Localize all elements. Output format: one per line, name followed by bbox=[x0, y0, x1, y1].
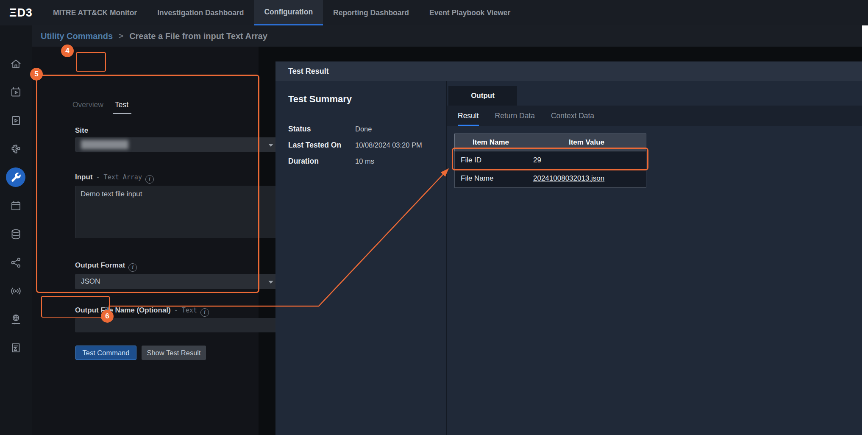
site-select-redacted-value bbox=[81, 140, 128, 149]
tab-test[interactable]: Test bbox=[115, 100, 128, 109]
geo-settings-icon[interactable] bbox=[6, 310, 25, 329]
nav-event-playbook-viewer[interactable]: Event Playbook Viewer bbox=[419, 0, 520, 25]
file-name-name: File Name bbox=[455, 170, 527, 188]
result-table: Item Name Item Value File ID 29 File Nam… bbox=[454, 134, 646, 188]
page-scrollbar-track[interactable] bbox=[862, 25, 868, 435]
table-row-file-id: File ID 29 bbox=[455, 151, 646, 170]
broadcast-icon[interactable] bbox=[6, 281, 25, 301]
tab-test-underline bbox=[113, 113, 131, 114]
result-table-header-row: Item Name Item Value bbox=[455, 134, 646, 151]
output-subtabs: Result Return Data Context Data bbox=[447, 106, 862, 126]
info-icon[interactable] bbox=[128, 263, 137, 272]
tab-overview[interactable]: Overview bbox=[72, 100, 103, 109]
background-area bbox=[275, 47, 862, 61]
test-result-title: Test Result bbox=[288, 61, 329, 81]
show-test-result-button[interactable]: Show Test Result bbox=[142, 346, 206, 360]
calendar-icon[interactable] bbox=[6, 196, 25, 215]
annotation-badge-6: 6 bbox=[101, 310, 114, 323]
output-file-name-label: Output File Name (Optional)- Text bbox=[75, 306, 209, 317]
chevron-down-icon bbox=[268, 281, 273, 284]
col-item-name: Item Name bbox=[455, 134, 527, 151]
breadcrumb-utility-commands[interactable]: Utility Commands bbox=[41, 31, 113, 41]
summary-row-duration: Duration 10 ms bbox=[288, 153, 422, 169]
status-value: Done bbox=[355, 125, 372, 133]
panel-divider bbox=[446, 81, 447, 435]
table-row-file-name: File Name 20241008032013.json bbox=[455, 170, 646, 188]
test-summary: Status Done Last Tested On 10/08/2024 03… bbox=[288, 121, 422, 169]
integrations-icon[interactable] bbox=[6, 139, 25, 159]
annotation-badge-5: 5 bbox=[30, 68, 43, 81]
test-summary-heading: Test Summary bbox=[288, 94, 352, 105]
last-tested-value: 10/08/2024 03:20 PM bbox=[355, 141, 422, 149]
file-id-value: 29 bbox=[527, 151, 646, 170]
site-label: Site bbox=[75, 126, 88, 135]
output-format-label: Output Format bbox=[75, 261, 137, 272]
nav-reporting-dashboard[interactable]: Reporting Dashboard bbox=[323, 0, 419, 25]
test-command-button[interactable]: Test Command bbox=[75, 346, 136, 360]
breadcrumb: Utility Commands > Create a File from in… bbox=[32, 25, 862, 47]
chevron-down-icon bbox=[268, 144, 273, 147]
test-result-panel: Test Result Test Summary Status Done Las… bbox=[275, 61, 862, 435]
left-icon-sidebar bbox=[0, 25, 32, 435]
file-id-name: File ID bbox=[455, 151, 527, 170]
panel-gap bbox=[259, 47, 275, 435]
tab-output[interactable]: Output bbox=[448, 86, 517, 106]
nav-configuration[interactable]: Configuration bbox=[254, 0, 323, 25]
subtab-result[interactable]: Result bbox=[458, 106, 479, 126]
annotation-badge-4: 4 bbox=[61, 45, 74, 57]
breadcrumb-separator: > bbox=[119, 31, 123, 41]
connections-icon[interactable] bbox=[6, 253, 25, 272]
scheduled-playbooks-icon[interactable] bbox=[6, 82, 25, 102]
home-icon[interactable] bbox=[6, 54, 25, 73]
summary-row-last-tested: Last Tested On 10/08/2024 03:20 PM bbox=[288, 137, 422, 153]
playbook-files-icon[interactable] bbox=[6, 111, 25, 130]
nav-investigation-dashboard[interactable]: Investigation Dashboard bbox=[147, 0, 254, 25]
input-type-hint: - Text Array bbox=[96, 173, 142, 181]
audit-log-icon[interactable] bbox=[6, 338, 25, 357]
info-icon[interactable] bbox=[145, 175, 154, 184]
input-textarea[interactable]: Demo text file input bbox=[75, 186, 279, 238]
utility-commands-icon[interactable] bbox=[6, 167, 25, 187]
col-item-value: Item Value bbox=[527, 134, 646, 151]
app-window: ΞD3 MITRE ATT&CK Monitor Investigation D… bbox=[0, 0, 868, 435]
subtab-return-data[interactable]: Return Data bbox=[495, 106, 535, 126]
database-icon[interactable] bbox=[6, 224, 25, 244]
site-select[interactable] bbox=[75, 137, 279, 152]
d3-logo[interactable]: ΞD3 bbox=[0, 0, 43, 25]
output-format-select[interactable]: JSON bbox=[75, 274, 279, 289]
command-test-panel: Overview Test Site Input- Text Array Dem… bbox=[32, 47, 259, 435]
page-title: Create a File from input Text Array bbox=[129, 31, 267, 41]
output-file-name-type-hint: - Text bbox=[174, 307, 197, 314]
summary-row-status: Status Done bbox=[288, 121, 422, 137]
file-name-link[interactable]: 20241008032013.json bbox=[533, 174, 604, 182]
nav-mitre-attack-monitor[interactable]: MITRE ATT&CK Monitor bbox=[43, 0, 147, 25]
duration-value: 10 ms bbox=[355, 157, 374, 165]
top-nav: ΞD3 MITRE ATT&CK Monitor Investigation D… bbox=[0, 0, 868, 25]
subtab-context-data[interactable]: Context Data bbox=[551, 106, 594, 126]
info-icon[interactable] bbox=[200, 308, 209, 317]
test-result-header: Test Result bbox=[275, 61, 862, 81]
input-label: Input- Text Array bbox=[75, 173, 154, 184]
